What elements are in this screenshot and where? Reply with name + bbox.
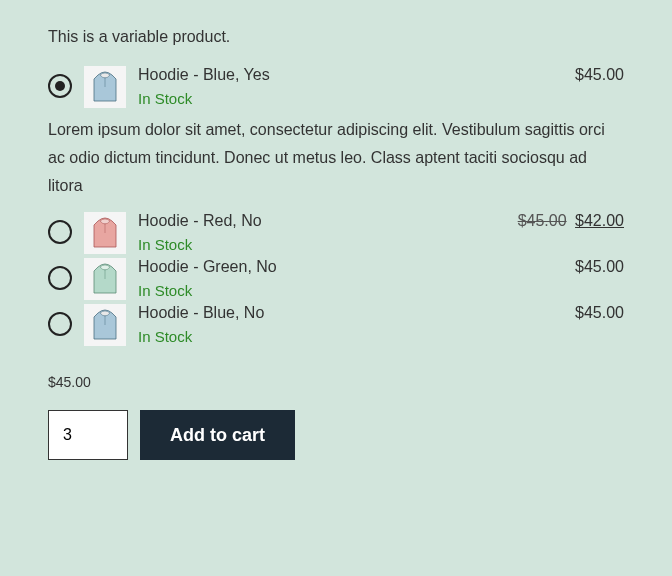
- variant-thumbnail: [84, 304, 126, 346]
- variant-name: Hoodie - Blue, No: [138, 304, 264, 322]
- hoodie-icon: [90, 307, 120, 343]
- variant-name: Hoodie - Green, No: [138, 258, 277, 276]
- variant-price: $45.00: [575, 258, 624, 276]
- variant-price: $45.00: [575, 304, 624, 322]
- variant-description: Lorem ipsum dolor sit amet, consectetur …: [48, 116, 624, 200]
- variant-row: Hoodie - Blue, No $45.00 In Stock: [48, 304, 624, 346]
- variant-radio[interactable]: [48, 220, 72, 244]
- selected-price: $45.00: [48, 374, 624, 390]
- product-intro: This is a variable product.: [48, 28, 624, 46]
- stock-status: In Stock: [138, 282, 624, 299]
- variant-thumbnail: [84, 258, 126, 300]
- hoodie-icon: [90, 69, 120, 105]
- variant-row: Hoodie - Green, No $45.00 In Stock: [48, 258, 624, 300]
- variant-price: $45.00: [575, 66, 624, 84]
- variant-row: Hoodie - Red, No $45.00 $42.00 In Stock: [48, 212, 624, 254]
- hoodie-icon: [90, 215, 120, 251]
- variant-radio[interactable]: [48, 74, 72, 98]
- sale-price: $42.00: [575, 212, 624, 229]
- add-to-cart-button[interactable]: Add to cart: [140, 410, 295, 460]
- variant-thumbnail: [84, 212, 126, 254]
- variant-radio[interactable]: [48, 312, 72, 336]
- stock-status: In Stock: [138, 236, 624, 253]
- variant-name: Hoodie - Red, No: [138, 212, 262, 230]
- cart-controls: Add to cart: [48, 410, 624, 460]
- quantity-input[interactable]: [48, 410, 128, 460]
- hoodie-icon: [90, 261, 120, 297]
- variant-radio[interactable]: [48, 266, 72, 290]
- stock-status: In Stock: [138, 90, 624, 107]
- stock-status: In Stock: [138, 328, 624, 345]
- variant-name: Hoodie - Blue, Yes: [138, 66, 270, 84]
- variant-price: $45.00 $42.00: [518, 212, 624, 230]
- variant-thumbnail: [84, 66, 126, 108]
- variant-row: Hoodie - Blue, Yes $45.00 In Stock: [48, 66, 624, 108]
- old-price: $45.00: [518, 212, 567, 229]
